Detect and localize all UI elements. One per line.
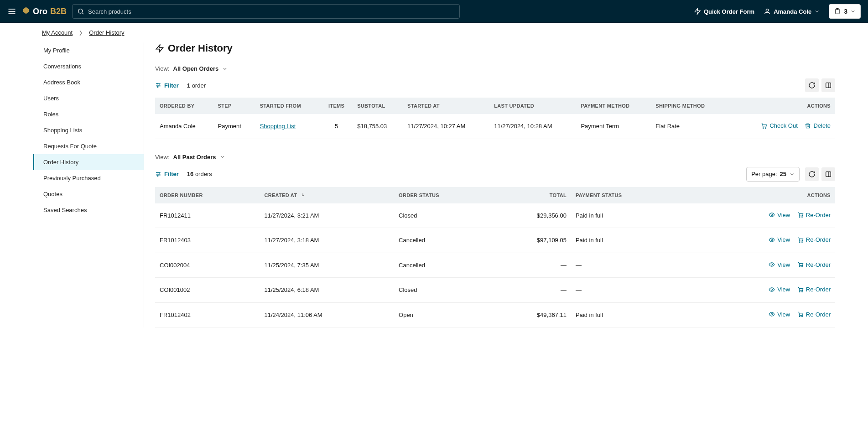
col-total[interactable]: Total bbox=[494, 187, 571, 203]
svg-point-19 bbox=[765, 127, 766, 128]
view-action[interactable]: View bbox=[769, 212, 790, 218]
col-subtotal[interactable]: Subtotal bbox=[353, 98, 403, 114]
delete-action[interactable]: Delete bbox=[805, 122, 831, 129]
refresh-button[interactable] bbox=[805, 167, 819, 181]
eye-icon bbox=[769, 311, 775, 317]
cell-total: — bbox=[494, 278, 571, 303]
refresh-icon bbox=[808, 171, 816, 178]
sidebar-item[interactable]: Shopping Lists bbox=[33, 122, 144, 138]
cell-order-status: Cancelled bbox=[394, 253, 494, 278]
refresh-button[interactable] bbox=[805, 78, 819, 92]
svg-point-41 bbox=[771, 313, 773, 315]
open-view-selector[interactable]: All Open Orders bbox=[173, 65, 228, 72]
col-created-at[interactable]: Created At bbox=[260, 187, 394, 203]
sidebar-item[interactable]: Requests For Quote bbox=[33, 138, 144, 154]
checkout-action[interactable]: Check Out bbox=[761, 122, 797, 129]
view-label: View: bbox=[155, 154, 170, 161]
view-action[interactable]: View bbox=[769, 261, 790, 268]
cell-payment-status: Paid in full bbox=[571, 203, 682, 228]
past-view-selector[interactable]: All Past Orders bbox=[173, 154, 225, 161]
svg-point-33 bbox=[799, 241, 800, 242]
cell-actions: View Re-Order bbox=[682, 228, 835, 253]
cell-payment-status: — bbox=[571, 278, 682, 303]
past-count: 16 orders bbox=[187, 171, 212, 177]
view-action[interactable]: View bbox=[769, 236, 790, 243]
col-items[interactable]: Items bbox=[320, 98, 353, 114]
columns-button[interactable] bbox=[821, 78, 835, 92]
cart-button[interactable]: 3 bbox=[829, 4, 861, 19]
sidebar-item[interactable]: Address Book bbox=[33, 74, 144, 90]
svg-point-14 bbox=[159, 85, 160, 86]
table-row: FR1012403 11/27/2024, 3:18 AM Cancelled … bbox=[155, 228, 835, 253]
logo[interactable]: OroB2B bbox=[22, 6, 67, 17]
col-started-from[interactable]: Started From bbox=[255, 98, 320, 114]
col-started-at[interactable]: Started At bbox=[403, 98, 489, 114]
col-step[interactable]: Step bbox=[213, 98, 255, 114]
cell-created-at: 11/25/2024, 7:35 AM bbox=[260, 253, 394, 278]
table-row: Amanda Cole Payment Shopping List 5 $18,… bbox=[155, 114, 835, 139]
col-last-updated[interactable]: Last Updated bbox=[489, 98, 576, 114]
sidebar-item[interactable]: Users bbox=[33, 90, 144, 106]
reorder-action[interactable]: Re-Order bbox=[797, 261, 831, 268]
user-menu[interactable]: Amanda Cole bbox=[764, 8, 820, 15]
chevron-down-icon bbox=[220, 154, 225, 160]
reorder-action[interactable]: Re-Order bbox=[797, 311, 831, 318]
cell-order-status: Open bbox=[394, 302, 494, 327]
hamburger-icon[interactable] bbox=[7, 7, 16, 16]
filter-label: Filter bbox=[164, 82, 179, 89]
lightning-icon bbox=[694, 8, 701, 15]
reorder-action[interactable]: Re-Order bbox=[797, 286, 831, 293]
cell-total: $49,367.11 bbox=[494, 302, 571, 327]
cart-icon bbox=[797, 261, 804, 268]
past-toolbar: Filter 16 orders Per page: 25 bbox=[155, 167, 835, 182]
search-input[interactable] bbox=[88, 8, 455, 15]
col-order-number[interactable]: Order Number bbox=[155, 187, 260, 203]
svg-point-42 bbox=[799, 316, 800, 317]
sidebar-item[interactable]: Quotes bbox=[33, 186, 144, 202]
per-page-selector[interactable]: Per page: 25 bbox=[746, 167, 800, 182]
view-label: View: bbox=[155, 65, 170, 72]
page-title: Order History bbox=[155, 42, 835, 54]
svg-point-24 bbox=[159, 173, 160, 174]
sidebar-item[interactable]: Previously Purchased bbox=[33, 170, 144, 186]
svg-point-32 bbox=[771, 239, 773, 241]
columns-icon bbox=[825, 82, 832, 89]
cart-icon bbox=[761, 123, 767, 129]
view-action[interactable]: View bbox=[769, 311, 790, 318]
table-row: COI001002 11/25/2024, 6:18 AM Closed — —… bbox=[155, 278, 835, 303]
sidebar-item[interactable]: Conversations bbox=[33, 58, 144, 74]
svg-point-15 bbox=[157, 86, 158, 87]
cell-total: $29,356.00 bbox=[494, 203, 571, 228]
filter-button[interactable]: Filter bbox=[155, 82, 179, 89]
reorder-action[interactable]: Re-Order bbox=[797, 212, 831, 218]
col-payment-method[interactable]: Payment Method bbox=[576, 98, 651, 114]
cell-actions: Check Out Delete bbox=[726, 114, 835, 139]
col-order-status[interactable]: Order Status bbox=[394, 187, 494, 203]
cell-actions: View Re-Order bbox=[682, 253, 835, 278]
breadcrumb-current[interactable]: Order History bbox=[89, 29, 124, 36]
quick-order-link[interactable]: Quick Order Form bbox=[694, 8, 754, 15]
sliders-icon bbox=[155, 82, 161, 88]
quick-order-label: Quick Order Form bbox=[704, 8, 754, 15]
cell-order-status: Closed bbox=[394, 203, 494, 228]
shopping-list-link[interactable]: Shopping List bbox=[260, 123, 296, 130]
cell-total: $97,109.05 bbox=[494, 228, 571, 253]
col-payment-status[interactable]: Payment Status bbox=[571, 187, 682, 203]
sidebar-item[interactable]: Roles bbox=[33, 106, 144, 122]
sidebar-item[interactable]: My Profile bbox=[33, 42, 144, 58]
columns-button[interactable] bbox=[821, 167, 835, 181]
svg-point-23 bbox=[157, 172, 158, 173]
col-shipping-method[interactable]: Shipping Method bbox=[651, 98, 726, 114]
sidebar-item[interactable]: Saved Searches bbox=[33, 202, 144, 218]
svg-marker-5 bbox=[695, 8, 700, 14]
per-page-label: Per page: bbox=[751, 171, 777, 177]
view-action[interactable]: View bbox=[769, 286, 790, 293]
filter-button[interactable]: Filter bbox=[155, 171, 179, 177]
col-ordered-by[interactable]: Ordered By bbox=[155, 98, 213, 114]
reorder-action[interactable]: Re-Order bbox=[797, 236, 831, 243]
search-container bbox=[72, 4, 460, 19]
svg-line-4 bbox=[82, 13, 83, 14]
cell-order-number: FR1012411 bbox=[155, 203, 260, 228]
breadcrumb-account[interactable]: My Account bbox=[42, 29, 73, 36]
sidebar-item[interactable]: Order History bbox=[33, 154, 144, 170]
